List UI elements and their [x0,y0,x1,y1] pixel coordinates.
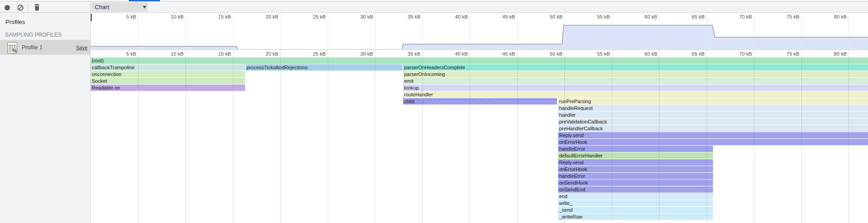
svg-text:%: % [13,48,17,53]
